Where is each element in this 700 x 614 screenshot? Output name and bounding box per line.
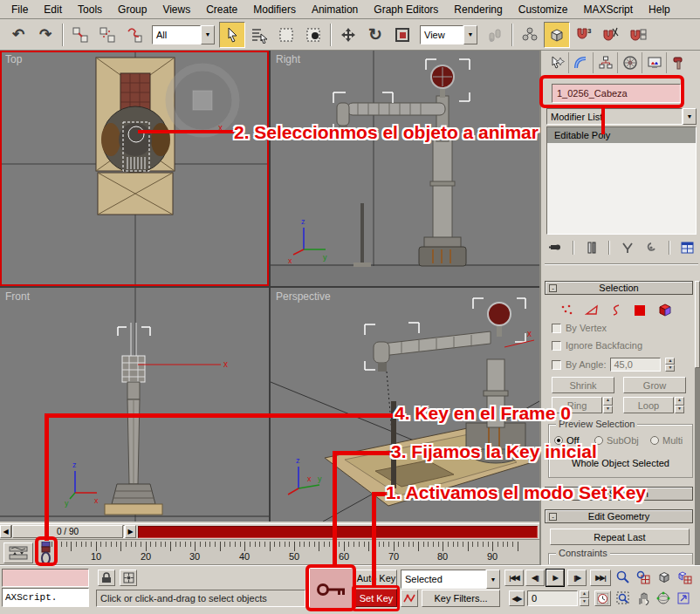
modifier-list-dropdown[interactable]: Modifier List ▼ (546, 108, 697, 125)
zoom-all-icon[interactable] (634, 569, 652, 586)
bind-to-space-warp-icon[interactable] (121, 22, 148, 48)
auto-key-button[interactable]: Auto Key (355, 570, 397, 587)
viewport-label-front[interactable]: Front (5, 290, 30, 303)
polygon-subobject-icon[interactable] (634, 304, 646, 317)
preview-multi-radio[interactable]: Multi (650, 435, 683, 446)
grow-button[interactable]: Grow (623, 377, 686, 393)
pin-stack-icon[interactable] (546, 240, 565, 256)
time-slider-prev-icon[interactable]: ◀ (0, 525, 11, 538)
configure-modifier-sets-icon[interactable] (678, 240, 697, 256)
go-to-end-icon[interactable]: ▶▶| (590, 570, 611, 586)
preview-subobj-radio[interactable]: SubObj (594, 435, 639, 446)
arc-rotate-icon[interactable] (654, 590, 672, 607)
dropdown-arrow-icon[interactable]: ▼ (463, 25, 477, 44)
checkbox-icon[interactable] (552, 341, 561, 351)
viewport-front[interactable]: x z y x Front (0, 288, 269, 522)
menu-create[interactable]: Create (198, 1, 245, 18)
undo-icon[interactable]: ↶ (5, 22, 31, 48)
key-subset-dropdown[interactable]: Selected ▼ (401, 570, 500, 589)
loop-spinner[interactable]: ▲▼ (675, 397, 684, 413)
selection-filter-dropdown[interactable]: All ▼ (152, 25, 215, 44)
ring-spinner[interactable]: ▲▼ (603, 397, 613, 413)
maxscript-listener-pink-row[interactable] (2, 569, 89, 587)
element-subobject-icon[interactable] (657, 303, 672, 317)
menu-group[interactable]: Group (110, 1, 154, 18)
select-and-move-icon[interactable] (335, 22, 361, 48)
previous-frame-icon[interactable]: ◀|| (525, 570, 545, 586)
border-subobject-icon[interactable] (610, 304, 622, 317)
remove-modifier-icon[interactable] (642, 240, 661, 256)
time-slider-next-icon[interactable]: ▶ (125, 525, 136, 538)
menu-rendering[interactable]: Rendering (446, 1, 510, 18)
viewport-label-perspective[interactable]: Perspective (276, 290, 331, 303)
tab-utilities-icon[interactable] (667, 52, 691, 73)
vertex-subobject-icon[interactable] (560, 304, 573, 317)
selection-rollout-header[interactable]: - Selection (545, 281, 693, 295)
menu-animation[interactable]: Animation (304, 1, 366, 18)
menu-customize[interactable]: Customize (511, 1, 576, 18)
edge-subobject-icon[interactable] (585, 304, 599, 317)
select-by-name-icon[interactable] (246, 22, 272, 48)
by-vertex-checkbox[interactable]: By Vertex (552, 323, 607, 333)
select-and-scale-icon[interactable] (389, 22, 415, 48)
percent-snap-toggle-icon[interactable] (598, 22, 624, 48)
by-angle-spinner[interactable]: ▲▼ (665, 358, 675, 372)
key-filters-button[interactable]: Key Filters... (422, 590, 500, 607)
radio-icon[interactable] (650, 436, 659, 445)
menu-file[interactable]: File (3, 1, 36, 18)
stack-item-editable-poly[interactable]: Editable Poly (547, 127, 696, 143)
show-end-result-icon[interactable] (582, 240, 600, 256)
window-crossing-icon[interactable] (300, 22, 326, 48)
shrink-button[interactable]: Shrink (552, 377, 614, 393)
collapse-icon[interactable]: - (549, 513, 557, 521)
select-and-rotate-icon[interactable]: ↻ (362, 22, 388, 48)
viewport-right[interactable]: z y x Right (271, 51, 539, 286)
collapse-icon[interactable]: - (549, 284, 557, 292)
checkbox-icon[interactable] (552, 324, 561, 333)
time-configuration-icon[interactable] (594, 590, 611, 606)
make-unique-icon[interactable] (618, 240, 636, 256)
modifier-stack[interactable]: Editable Poly (546, 126, 697, 235)
maximize-viewport-toggle-icon[interactable] (674, 590, 692, 607)
dropdown-arrow-icon[interactable]: ▼ (201, 25, 215, 44)
tab-display-icon[interactable] (642, 52, 667, 73)
panel-scrollbar[interactable] (695, 281, 700, 565)
menu-edit[interactable]: Edit (36, 1, 70, 18)
zoom-icon[interactable] (614, 569, 632, 586)
snaps-toggle-button[interactable] (544, 22, 570, 48)
menu-modifiers[interactable]: Modifiers (245, 1, 304, 18)
by-angle-checkbox[interactable]: By Angle: 45,0 ▲▼ (552, 358, 675, 372)
menu-graph-editors[interactable]: Graph Editors (366, 1, 446, 18)
rectangular-selection-region-icon[interactable] (273, 22, 299, 48)
redo-icon[interactable]: ↷ (32, 22, 58, 48)
current-frame-field[interactable]: 0 (527, 590, 578, 606)
menu-help[interactable]: Help (641, 1, 678, 18)
ignore-backfacing-checkbox[interactable]: Ignore Backfacing (552, 340, 642, 351)
zoom-extents-all-icon[interactable] (676, 569, 694, 586)
menu-maxscript[interactable]: MAXScript (575, 1, 641, 18)
selection-lock-icon[interactable] (98, 570, 115, 586)
go-to-start-icon[interactable]: |◀◀ (504, 570, 524, 586)
select-object-button[interactable] (219, 22, 245, 48)
frame-spinner[interactable]: ▲▼ (580, 590, 589, 606)
scrollbar-thumb[interactable] (695, 281, 700, 368)
use-pivot-center-icon[interactable] (482, 22, 508, 48)
pan-hand-icon[interactable] (634, 590, 652, 607)
select-and-manipulate-icon[interactable] (517, 22, 543, 48)
menu-views[interactable]: Views (154, 1, 198, 18)
next-frame-icon[interactable]: ||▶ (567, 570, 587, 586)
tab-modify-icon[interactable] (569, 52, 594, 73)
absolute-offset-mode-icon[interactable] (120, 570, 137, 586)
loop-button[interactable]: Loop (623, 397, 674, 413)
reference-coordinate-dropdown[interactable]: View ▼ (420, 25, 477, 44)
maxscript-listener-input[interactable]: AXScript. (2, 588, 89, 607)
angle-snap-toggle-icon[interactable]: 3 (571, 22, 597, 48)
dropdown-arrow-icon[interactable]: ▼ (486, 570, 500, 589)
tab-create-icon[interactable] (545, 52, 569, 73)
open-mini-curve-editor-icon[interactable] (3, 542, 33, 563)
zoom-region-icon[interactable] (614, 590, 632, 607)
dropdown-arrow-icon[interactable]: ▼ (683, 108, 697, 125)
play-animation-icon[interactable]: ▶ (546, 570, 564, 586)
time-slider-handle[interactable]: 0 / 90 (12, 525, 123, 538)
checkbox-icon[interactable] (552, 360, 561, 370)
